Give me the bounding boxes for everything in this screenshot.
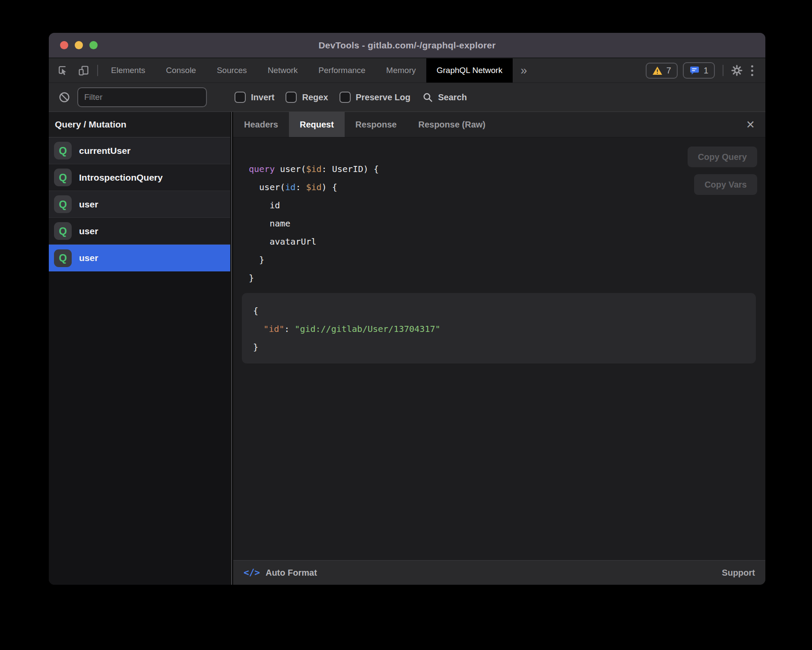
query-type-badge: Q — [54, 142, 72, 159]
invert-checkbox-group[interactable]: Invert — [235, 92, 274, 103]
issues-badge[interactable]: 1 — [683, 62, 715, 79]
regex-checkbox-group[interactable]: Regex — [285, 92, 328, 103]
query-variables-box: { "id": "gid://gitlab/User/13704317"} — [242, 293, 756, 363]
panel-resize-divider[interactable] — [230, 112, 233, 585]
query-list-header: Query / Mutation — [49, 112, 230, 137]
query-type-badge: Q — [54, 169, 72, 186]
query-type-badge: Q — [54, 195, 72, 213]
search-label: Search — [438, 92, 467, 102]
list-item-label: IntrospectionQuery — [79, 172, 163, 183]
regex-label: Regex — [302, 92, 328, 102]
regex-checkbox[interactable] — [285, 92, 297, 103]
warnings-count: 7 — [666, 66, 671, 76]
zoom-window-button[interactable] — [89, 41, 98, 49]
panel-footer: </> Auto Format Support — [233, 560, 765, 585]
toolbar-spacer — [535, 58, 646, 83]
panel-tabs: Elements Console Sources Network Perform… — [101, 58, 535, 83]
clear-icon[interactable] — [58, 91, 70, 103]
request-detail-panel: Headers Request Response Response (Raw) … — [233, 112, 765, 585]
request-content: Copy Query Copy Vars query user($id: Use… — [233, 137, 765, 560]
minimize-window-button[interactable] — [75, 41, 83, 49]
preserve-log-checkbox-group[interactable]: Preserve Log — [339, 92, 411, 103]
traffic-lights — [60, 33, 98, 57]
detail-tabs: Headers Request Response Response (Raw) … — [233, 112, 765, 137]
filter-bar: Invert Regex Preserve Log Search — [49, 83, 765, 112]
invert-checkbox[interactable] — [235, 92, 246, 103]
search-icon — [422, 92, 433, 103]
warning-icon — [652, 66, 663, 75]
tab-performance[interactable]: Performance — [308, 58, 376, 83]
devtools-toolbar: Elements Console Sources Network Perform… — [49, 57, 765, 83]
tab-headers[interactable]: Headers — [233, 112, 289, 137]
query-type-badge: Q — [54, 249, 72, 267]
main-area: Query / Mutation Q currentUser Q Introsp… — [49, 112, 765, 585]
settings-gear-icon[interactable] — [731, 65, 742, 76]
toolbar-left-icons — [49, 58, 95, 83]
tab-response-raw[interactable]: Response (Raw) — [407, 112, 496, 137]
list-item-user-1[interactable]: Q user — [49, 191, 230, 218]
list-item-label: user — [79, 226, 98, 236]
more-tabs-icon[interactable]: » — [513, 58, 535, 83]
issues-count: 1 — [704, 66, 708, 76]
copy-query-button[interactable]: Copy Query — [688, 147, 757, 167]
list-item-current-user[interactable]: Q currentUser — [49, 137, 230, 164]
tab-graphql-network[interactable]: GraphQL Network — [426, 58, 513, 83]
list-item-label: user — [79, 253, 98, 263]
query-type-badge: Q — [54, 222, 72, 240]
tab-memory[interactable]: Memory — [376, 58, 426, 83]
invert-label: Invert — [251, 92, 274, 102]
graphql-query-code: query user($id: UserID) { user(id: $id) … — [249, 160, 757, 287]
preserve-log-checkbox[interactable] — [339, 92, 351, 103]
window-title: DevTools - gitlab.com/-/graphql-explorer — [49, 40, 765, 51]
tab-console[interactable]: Console — [155, 58, 206, 83]
more-options-icon[interactable] — [748, 65, 757, 76]
tab-elements[interactable]: Elements — [101, 58, 155, 83]
preserve-log-label: Preserve Log — [356, 92, 411, 102]
search-button[interactable]: Search — [422, 92, 467, 103]
list-item-label: currentUser — [79, 146, 130, 156]
message-icon — [689, 65, 700, 76]
close-window-button[interactable] — [60, 41, 68, 49]
title-bar: DevTools - gitlab.com/-/graphql-explorer — [49, 33, 765, 57]
toolbar-separator — [97, 65, 98, 76]
tab-request[interactable]: Request — [289, 112, 345, 137]
list-item-introspection-query[interactable]: Q IntrospectionQuery — [49, 164, 230, 191]
tab-sources[interactable]: Sources — [206, 58, 257, 83]
tab-network[interactable]: Network — [257, 58, 308, 83]
code-format-icon: </> — [244, 567, 260, 578]
tab-response[interactable]: Response — [345, 112, 408, 137]
copy-vars-button[interactable]: Copy Vars — [694, 174, 757, 195]
support-link[interactable]: Support — [722, 568, 755, 578]
warnings-badge[interactable]: 7 — [646, 63, 678, 79]
auto-format-button[interactable]: Auto Format — [266, 568, 317, 578]
list-item-user-2[interactable]: Q user — [49, 218, 230, 245]
query-list-sidebar: Query / Mutation Q currentUser Q Introsp… — [49, 112, 230, 585]
toolbar-right-separator — [723, 65, 723, 76]
devtools-window: DevTools - gitlab.com/-/graphql-explorer… — [49, 33, 765, 585]
inspect-element-icon[interactable] — [57, 65, 69, 76]
toolbar-right: 7 1 — [646, 58, 765, 83]
close-panel-icon[interactable]: ✕ — [736, 112, 765, 137]
list-item-user-3-selected[interactable]: Q user — [49, 245, 230, 271]
query-variables-code: { "id": "gid://gitlab/User/13704317"} — [253, 302, 745, 356]
device-toolbar-icon[interactable] — [78, 65, 89, 76]
list-item-label: user — [79, 199, 98, 210]
desktop: { "window": { "title": "DevTools - gitla… — [0, 0, 812, 650]
filter-input[interactable] — [77, 87, 207, 107]
